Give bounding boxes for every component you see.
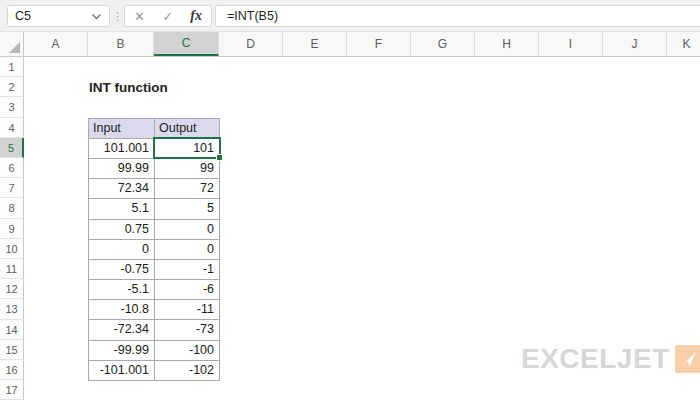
cell-c8[interactable]: 5 bbox=[155, 199, 220, 219]
formula-bar: C5 ⋮ ✕ ✓ fx =INT(B5) bbox=[0, 0, 700, 32]
cell-c15[interactable]: -100 bbox=[155, 341, 220, 361]
cell-c7[interactable]: 72 bbox=[155, 179, 220, 199]
table-row: -101.001 -102 bbox=[89, 361, 220, 381]
table-row: -10.8 -11 bbox=[89, 300, 220, 320]
column-header-i[interactable]: I bbox=[539, 32, 603, 56]
row-header-13[interactable]: 13 bbox=[0, 299, 24, 319]
row-header-3[interactable]: 3 bbox=[0, 97, 24, 117]
row-headers: 1 2 3 4 5 6 7 8 9 10 11 12 13 14 15 16 1… bbox=[0, 57, 24, 400]
cell-c14[interactable]: -73 bbox=[155, 320, 220, 340]
cell-b13[interactable]: -10.8 bbox=[89, 300, 155, 320]
cell-b8[interactable]: 5.1 bbox=[89, 199, 155, 219]
row-header-1[interactable]: 1 bbox=[0, 57, 24, 77]
table-row: -72.34 -73 bbox=[89, 320, 220, 340]
row-header-6[interactable]: 6 bbox=[0, 158, 24, 178]
column-header-h[interactable]: H bbox=[475, 32, 539, 56]
data-table: Input Output 101.001 101 99.99 99 72.34 … bbox=[88, 118, 220, 381]
row-header-8[interactable]: 8 bbox=[0, 198, 24, 218]
column-header-f[interactable]: F bbox=[347, 32, 411, 56]
table-row: 0 0 bbox=[89, 240, 220, 260]
insert-function-icon[interactable]: fx bbox=[190, 8, 202, 24]
row-header-17[interactable]: 17 bbox=[0, 380, 24, 400]
cell-c10[interactable]: 0 bbox=[155, 240, 220, 260]
cell-b16[interactable]: -101.001 bbox=[89, 361, 155, 381]
cell-c12[interactable]: -6 bbox=[155, 280, 220, 300]
row-header-15[interactable]: 15 bbox=[0, 340, 24, 360]
column-header-d[interactable]: D bbox=[219, 32, 283, 56]
column-header-b[interactable]: B bbox=[88, 32, 154, 56]
table-row: 101.001 101 bbox=[89, 139, 220, 159]
name-box[interactable]: C5 bbox=[7, 5, 110, 27]
row-header-9[interactable]: 9 bbox=[0, 219, 24, 239]
cell-c16[interactable]: -102 bbox=[155, 361, 220, 381]
cell-b15[interactable]: -99.99 bbox=[89, 341, 155, 361]
cell-c11[interactable]: -1 bbox=[155, 260, 220, 280]
row-header-14[interactable]: 14 bbox=[0, 320, 24, 340]
row-header-11[interactable]: 11 bbox=[0, 259, 24, 279]
cancel-icon[interactable]: ✕ bbox=[134, 9, 145, 24]
column-header-e[interactable]: E bbox=[283, 32, 347, 56]
select-all-button[interactable] bbox=[0, 32, 24, 56]
row-header-10[interactable]: 10 bbox=[0, 239, 24, 259]
row-header-7[interactable]: 7 bbox=[0, 178, 24, 198]
cell-b12[interactable]: -5.1 bbox=[89, 280, 155, 300]
cursor-arrow-icon bbox=[679, 349, 699, 369]
logo-tile bbox=[675, 345, 700, 373]
table-row: 99.99 99 bbox=[89, 159, 220, 179]
chevron-down-icon[interactable] bbox=[91, 13, 102, 20]
cell-b5[interactable]: 101.001 bbox=[89, 139, 155, 159]
table-header-input[interactable]: Input bbox=[89, 119, 155, 139]
sheet-title-cell[interactable]: INT function bbox=[89, 80, 168, 95]
column-header-j[interactable]: J bbox=[603, 32, 667, 56]
column-header-k[interactable]: K bbox=[667, 32, 700, 56]
enter-icon[interactable]: ✓ bbox=[162, 9, 173, 24]
formula-text: =INT(B5) bbox=[227, 9, 278, 23]
formula-input[interactable]: =INT(B5) bbox=[215, 5, 700, 27]
formula-action-box: ✕ ✓ fx bbox=[124, 5, 212, 27]
cell-b9[interactable]: 0.75 bbox=[89, 220, 155, 240]
cell-c5[interactable]: 101 bbox=[155, 139, 220, 159]
separator-dots-icon: ⋮ bbox=[112, 9, 123, 23]
sheet-area[interactable]: INT function Input Output 101.001 101 99… bbox=[24, 57, 700, 400]
cell-c6[interactable]: 99 bbox=[155, 159, 220, 179]
exceljet-logo: EXCELJET bbox=[521, 343, 700, 375]
table-row: 0.75 0 bbox=[89, 220, 220, 240]
row-header-2[interactable]: 2 bbox=[0, 77, 24, 97]
column-header-g[interactable]: G bbox=[411, 32, 475, 56]
name-box-value: C5 bbox=[15, 9, 31, 23]
table-header-output[interactable]: Output bbox=[155, 119, 220, 139]
row-header-16[interactable]: 16 bbox=[0, 360, 24, 380]
row-header-12[interactable]: 12 bbox=[0, 279, 24, 299]
cell-b7[interactable]: 72.34 bbox=[89, 179, 155, 199]
cell-b6[interactable]: 99.99 bbox=[89, 159, 155, 179]
cell-b10[interactable]: 0 bbox=[89, 240, 155, 260]
logo-text: EXCELJET bbox=[521, 343, 670, 375]
column-header-a[interactable]: A bbox=[24, 32, 88, 56]
table-row: 5.1 5 bbox=[89, 199, 220, 219]
row-header-4[interactable]: 4 bbox=[0, 118, 24, 138]
table-row: -99.99 -100 bbox=[89, 341, 220, 361]
select-all-triangle-icon bbox=[9, 42, 20, 53]
cell-b14[interactable]: -72.34 bbox=[89, 320, 155, 340]
table-row: -0.75 -1 bbox=[89, 260, 220, 280]
cell-c13[interactable]: -11 bbox=[155, 300, 220, 320]
column-headers: A B C D E F G H I J K bbox=[0, 32, 700, 57]
table-row: 72.34 72 bbox=[89, 179, 220, 199]
row-header-5[interactable]: 5 bbox=[0, 138, 24, 158]
table-row: -5.1 -6 bbox=[89, 280, 220, 300]
cell-b11[interactable]: -0.75 bbox=[89, 260, 155, 280]
column-header-c[interactable]: C bbox=[154, 32, 219, 56]
table-header-row: Input Output bbox=[89, 119, 220, 139]
cell-c9[interactable]: 0 bbox=[155, 220, 220, 240]
